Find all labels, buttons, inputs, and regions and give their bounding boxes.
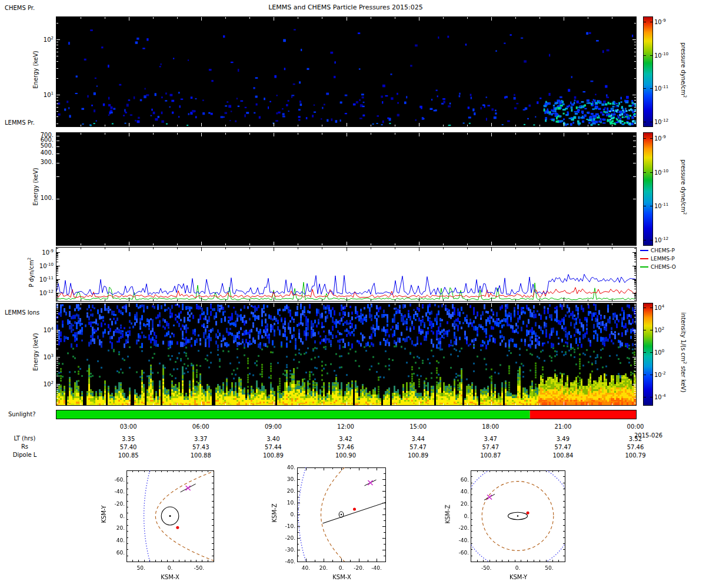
ytick-label: 10-10 [20,261,54,270]
chems-colorbar [643,16,653,127]
colorbar-tick-label: 10-10 [654,168,668,176]
ephemeris-value: 100.85 [105,452,152,459]
ephemeris-value: 57.46 [322,443,369,451]
ephemeris-row-label-lt: LT (hrs) [1,435,48,442]
ytick-label: 400. [20,149,54,156]
panel-label-chems: CHEMS Pr. [5,5,35,11]
ytick-label: 102 [20,35,54,44]
colorbar2-label: pressure dyne/cm2 [680,159,687,215]
time-tick-label: 15:00 [401,423,436,430]
colorbar-tick-label: 10-12 [654,235,668,244]
ephemeris-value: 100.87 [467,452,514,459]
ytick-label: 10-9 [20,248,54,256]
time-tick-label: 12:00 [328,423,364,430]
panel-label-lemms-pr: LEMMS Pr. [5,119,35,126]
colorbar-tick-label: 104 [654,303,664,312]
time-tick-label: 09:00 [255,423,291,430]
ephemeris-value: 100.89 [249,452,297,459]
colorbar-tick-label: 10-11 [654,83,668,92]
ion-intensity-colorbar [643,303,653,406]
colorbar-tick-label: 10-4 [654,392,666,401]
colorbar-tick-label: 10-9 [654,133,666,142]
time-tick-label: 06:00 [183,423,218,430]
legend-item-chems-o: CHEMS-O [640,264,676,270]
panel1-ylabel: Energy (keV) [32,51,39,88]
orbit2-xlabel: KSM-X [318,574,365,580]
colorbar-tick-label: 100 [654,348,664,356]
ephemeris-value: 3.42 [322,435,369,443]
ephemeris-value: 3.37 [177,435,224,443]
sunlight-bar-canvas [56,410,637,419]
ephemeris-value: 100.79 [612,452,659,459]
legend-item-lemms-p: LEMMS-P [640,256,676,262]
ephemeris-value: 57.43 [177,443,224,451]
ephemeris-row-label-dipole: Dipole L [1,452,48,458]
panel-label-sunlight: Sunlight? [8,411,36,417]
colorbar-tick-label: 10-2 [654,370,666,379]
legend-label: CHEMS-P [651,248,675,253]
legend-label: CHEMS-O [651,264,676,270]
ytick-label: 10-12 [20,288,54,297]
line-legend: CHEMS-P LEMMS-P CHEMS-O [640,248,676,272]
chems-spectrogram-canvas [56,16,637,127]
orbit3-ylabel: KSM-Z [445,505,451,524]
time-tick-label: 00:00 [618,423,653,430]
ytick-label: 103 [20,352,54,361]
ytick-label: 100. [20,194,54,202]
ephemeris-row-label-rs: Rs [1,443,48,450]
lemms-ions-spectrogram-canvas [56,303,637,406]
ytick-label: 102 [20,379,54,388]
lemms-pressure-colorbar [643,132,653,246]
ephemeris-value: 3.44 [395,435,442,443]
panel-label-lemms-ions: LEMMS Ions [5,309,39,316]
ytick-label: 101 [20,90,54,99]
ephemeris-value: 3.40 [249,435,297,443]
ephemeris-value: 100.84 [540,452,587,459]
time-tick-label: 03:00 [111,423,146,430]
ephemeris-value: 3.47 [467,435,514,443]
ytick-label: 10-11 [20,275,54,283]
ephemeris-value: 100.88 [177,452,224,459]
time-tick-label: 18:00 [473,423,508,430]
lemms-pressure-spectrogram-canvas [56,132,637,246]
ytick-label: 104 [20,325,54,334]
orbit-xz-canvas [264,459,393,580]
colorbar-tick-label: 10-10 [654,51,668,59]
orbit1-xlabel: KSM-X [146,574,194,580]
legend-label: LEMMS-P [651,256,675,262]
ephemeris-value: 57.47 [467,443,514,451]
plot-title: LEMMS and CHEMS Particle Pressures 2015:… [56,4,635,11]
orbit-xy-canvas [93,462,222,580]
ephemeris-value: 57.44 [249,443,297,451]
colorbar-tick-label: 10-9 [654,17,666,26]
orbit-yz-canvas [437,462,571,580]
colorbar1-label: pressure dyne/cm2 [680,42,687,98]
ephemeris-value: 3.52 [612,435,659,443]
legend-line-lemms-p [640,258,648,259]
ephemeris-value: 100.90 [322,452,369,459]
ephemeris-value: 3.49 [540,435,587,443]
legend-line-chems-p [640,250,648,251]
ephemeris-value: 3.35 [105,435,152,443]
orbit3-xlabel: KSM-Y [495,574,542,580]
colorbar-tick-label: 102 [654,325,664,334]
ephemeris-value: 57.47 [395,443,442,451]
time-tick-label: 21:00 [545,423,581,430]
ephemeris-value: 57.40 [105,443,152,451]
ephemeris-value: 57.47 [540,443,587,451]
ephemeris-value: 100.89 [395,452,442,459]
orbit1-ylabel: KSM-Y [101,505,107,523]
pressure-lineplot-canvas [56,247,637,302]
orbit2-ylabel: KSM-Z [271,504,278,523]
ephemeris-value: 57.46 [612,443,659,451]
ytick-label: 300. [20,158,54,166]
colorbar-tick-label: 10-12 [654,117,668,126]
legend-item-chems-p: CHEMS-P [640,248,676,253]
legend-line-chems-o [640,266,648,268]
colorbar4-label: intensity 1/(s cm2 ster keV) [680,312,687,392]
colorbar-tick-label: 10-11 [654,201,668,210]
ytick-label: 500. [20,142,54,149]
cassini-mimi-summary-plot: LEMMS and CHEMS Particle Pressures 2015:… [0,0,706,588]
